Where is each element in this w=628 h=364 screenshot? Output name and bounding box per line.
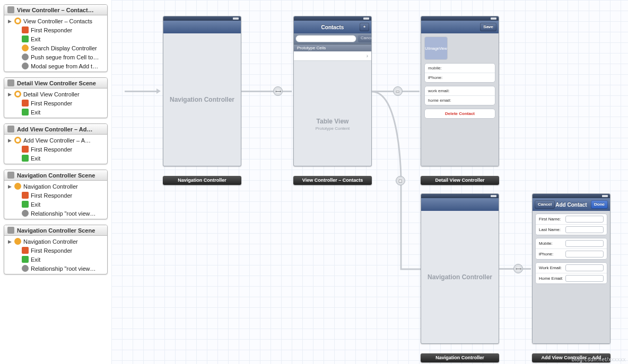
scene-caption[interactable]: Navigation Controller (421, 353, 499, 362)
scene-group: Navigation Controller Scene ▶Navigation … (4, 170, 108, 219)
scene-group: Navigation Controller Scene ▶Navigation … (4, 225, 108, 274)
search-input[interactable] (295, 35, 356, 42)
scene-header[interactable]: Add View Controller – Ad… (4, 124, 107, 135)
done-button[interactable]: Done (591, 200, 608, 209)
navigation-bar[interactable]: Contacts + (294, 21, 371, 33)
disclosure-triangle-icon[interactable]: ▶ (7, 19, 12, 24)
search-bar[interactable]: Cancel (294, 33, 371, 45)
home-email-field[interactable]: home email: (425, 96, 495, 105)
nav-title: Contacts (321, 24, 344, 30)
outline-row[interactable]: First Responder (4, 246, 107, 255)
scene-header[interactable]: Detail View Controller Scene (4, 78, 107, 88)
outline-row[interactable]: Exit (4, 255, 107, 264)
row-label: First Responder (31, 146, 72, 153)
outline-row[interactable]: Exit (4, 108, 107, 117)
delete-group: Delete Contact (424, 109, 495, 119)
view-controller-icon (14, 17, 21, 24)
search-cancel-button[interactable]: Cancel (358, 35, 372, 42)
scene-navigation-controller[interactable]: Navigation Controller Navigation Control… (163, 16, 241, 166)
battery-icon (602, 195, 608, 197)
scene-navigation-controller[interactable]: Navigation Controller Navigation Control… (421, 193, 499, 344)
scene-caption[interactable]: Detail View Controller (421, 176, 499, 185)
scene-caption[interactable]: Navigation Controller (163, 176, 241, 185)
segue-relationship-icon[interactable]: ⟷ (273, 86, 283, 96)
prototype-cells-header: Prototype Cells (294, 45, 371, 51)
navigation-bar[interactable]: Cancel Add Contact Done (533, 198, 610, 211)
outline-row[interactable]: Exit (4, 34, 107, 43)
add-button[interactable]: + (360, 23, 369, 31)
mobile-field[interactable]: Mobile: (536, 238, 607, 249)
outline-row[interactable]: ▶Navigation Controller (4, 237, 107, 246)
image-view[interactable]: UIImageView (424, 37, 448, 60)
mobile-field[interactable]: mobile: (425, 64, 495, 73)
text-input[interactable] (565, 240, 604, 247)
outline-row[interactable]: Relationship "root view… (4, 264, 107, 273)
iphone-field[interactable]: iPhone: (536, 249, 607, 259)
scene-add-contact[interactable]: Cancel Add Contact Done First Name: Last… (532, 193, 610, 344)
text-input[interactable] (565, 275, 604, 282)
scene-header[interactable]: View Controller – Contact… (4, 5, 107, 15)
navigation-bar[interactable] (163, 21, 241, 33)
storyboard-canvas[interactable]: Navigation Controller Navigation Control… (111, 0, 628, 364)
row-label: Exit (31, 109, 40, 116)
last-name-field[interactable]: Last Name: (536, 225, 607, 235)
storyboard-icon (7, 6, 14, 13)
battery-icon (491, 195, 496, 197)
segue-modal-icon[interactable]: ▢ (396, 176, 405, 185)
storyboard-icon (7, 172, 14, 179)
outline-row[interactable]: Modal segue from Add t… (4, 61, 107, 70)
outline-row[interactable]: ▶Navigation Controller (4, 182, 107, 191)
scene-title: Add View Controller – Ad… (17, 126, 92, 132)
row-label: Navigation Controller (23, 183, 78, 190)
outline-row[interactable]: First Responder (4, 191, 107, 200)
table-cell[interactable]: › (294, 51, 371, 61)
row-label: Relationship "root view… (31, 210, 96, 217)
scene-contacts[interactable]: Contacts + Cancel Prototype Cells › Tabl… (293, 16, 372, 166)
disclosure-triangle-icon[interactable]: ▶ (7, 92, 12, 97)
navigation-bar[interactable]: Save (421, 21, 499, 33)
row-label: Add View Controller – A… (23, 137, 91, 144)
outline-row[interactable]: Exit (4, 154, 107, 163)
text-input[interactable] (565, 216, 604, 223)
navigation-bar[interactable] (421, 198, 499, 211)
iphone-field[interactable]: iPhone: (425, 73, 495, 82)
arrowhead-icon (156, 88, 161, 94)
text-input[interactable] (565, 226, 604, 233)
segue-connector[interactable] (241, 91, 292, 92)
scene-detail[interactable]: Save UIImageView mobile: iPhone: work em… (421, 16, 499, 166)
cancel-button[interactable]: Cancel (535, 200, 555, 209)
text-input[interactable] (565, 264, 604, 271)
outline-row[interactable]: ▶Add View Controller – A… (4, 136, 107, 145)
outline-row[interactable]: Search Display Controller (4, 43, 107, 52)
disclosure-triangle-icon[interactable]: ▶ (7, 184, 12, 189)
scene-header[interactable]: Navigation Controller Scene (4, 170, 107, 181)
placeholder-label: Navigation Controller (428, 273, 492, 281)
work-email-field[interactable]: Work Email: (536, 263, 607, 273)
scene-group: View Controller – Contact… ▶View Control… (4, 4, 108, 72)
placeholder-label: Navigation Controller (170, 96, 234, 103)
segue-relationship-icon[interactable]: ⟷ (513, 264, 523, 273)
outline-row[interactable]: ▶Detail View Controller (4, 90, 107, 99)
watermark: blog.csdn.net/xxxxxx (572, 357, 626, 362)
scene-title: View Controller – Contact… (17, 7, 94, 13)
table-view-label: Table View (317, 118, 349, 125)
outline-row[interactable]: Relationship "root view… (4, 209, 107, 218)
disclosure-triangle-icon[interactable]: ▶ (7, 138, 12, 143)
outline-row[interactable]: First Responder (4, 25, 107, 34)
row-label: Relationship "root view… (31, 265, 96, 272)
delete-contact-button[interactable]: Delete Contact (425, 109, 495, 118)
outline-row[interactable]: First Responder (4, 145, 107, 154)
outline-row[interactable]: Push segue from Cell to… (4, 52, 107, 61)
disclosure-triangle-icon[interactable]: ▶ (7, 239, 12, 244)
home-email-field[interactable]: Home Email: (536, 273, 607, 283)
outline-row[interactable]: Exit (4, 200, 107, 209)
text-input[interactable] (565, 251, 604, 258)
scene-caption[interactable]: View Controller – Contacts (293, 176, 372, 185)
outline-row[interactable]: ▶View Controller – Contacts (4, 16, 107, 25)
outline-row[interactable]: First Responder (4, 99, 107, 108)
work-email-field[interactable]: work email: (425, 86, 495, 96)
save-button[interactable]: Save (480, 23, 496, 31)
first-name-field[interactable]: First Name: (536, 214, 607, 225)
first-responder-icon (22, 26, 29, 33)
scene-header[interactable]: Navigation Controller Scene (4, 225, 107, 236)
